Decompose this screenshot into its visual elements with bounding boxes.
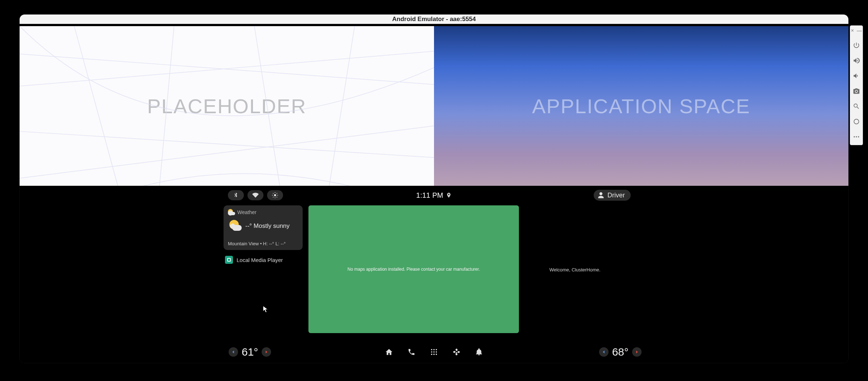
nav-apps[interactable]: [429, 347, 439, 357]
map-widget[interactable]: No maps application installed. Please co…: [308, 205, 519, 333]
status-time: 1:11 PM: [416, 191, 443, 200]
triangle-left-icon: [602, 350, 606, 354]
cluster-displays: PLACEHOLDER APPLICATION SPACE: [20, 24, 848, 186]
brightness-icon: [272, 192, 278, 198]
home-icon: [385, 348, 393, 356]
svg-point-11: [436, 349, 437, 351]
fan-icon: [453, 348, 460, 356]
volume-down-icon: [853, 72, 860, 79]
emulator-more-button[interactable]: [852, 132, 861, 141]
hvac-left: 61°: [229, 346, 271, 358]
nav-notifications[interactable]: [474, 347, 484, 357]
svg-point-19: [854, 136, 855, 137]
svg-line-7: [273, 197, 274, 197]
more-icon: [853, 133, 860, 140]
hvac-left-up[interactable]: [262, 347, 271, 357]
svg-point-18: [854, 119, 859, 124]
triangle-right-icon: [265, 350, 268, 354]
emulator-window: Android Emulator - aae:5554 PLACEHOLDER: [20, 15, 848, 363]
svg-point-14: [436, 351, 437, 353]
window-title: Android Emulator - aae:5554: [392, 16, 476, 23]
weather-card[interactable]: Weather --° Mostly sunny Mountain View •…: [224, 205, 303, 250]
weather-summary: --° Mostly sunny: [245, 222, 290, 230]
bluetooth-icon: [233, 192, 239, 198]
cluster-left-panel: PLACEHOLDER: [20, 26, 434, 186]
nav-phone[interactable]: [407, 347, 416, 357]
phone-icon: [408, 348, 415, 356]
triangle-left-icon: [232, 350, 235, 354]
cluster-welcome-text: Welcome, ClusterHome.: [549, 267, 601, 273]
emulator-screenshot-button[interactable]: [852, 87, 861, 95]
emulator-power-button[interactable]: [852, 41, 861, 50]
user-profile-chip[interactable]: Driver: [594, 190, 631, 201]
location-pin-icon: [446, 192, 452, 198]
svg-point-10: [433, 349, 435, 351]
hvac-left-temp: 61°: [242, 346, 258, 358]
wifi-toggle[interactable]: [247, 190, 263, 200]
triangle-right-icon: [635, 350, 639, 354]
cluster-right-label: APPLICATION SPACE: [532, 94, 750, 118]
circle-icon: [853, 118, 860, 125]
media-card-title: Local Media Player: [237, 257, 283, 263]
hvac-right-up[interactable]: [632, 347, 642, 357]
weather-card-title: Weather: [237, 209, 257, 215]
media-app-icon: [225, 256, 233, 264]
emulator-zoom-button[interactable]: [852, 102, 861, 111]
apps-grid-icon: [430, 348, 438, 356]
svg-line-5: [273, 193, 274, 194]
dashboard: 1:11 PM Driver Weather: [20, 186, 848, 363]
camera-icon: [853, 87, 860, 95]
status-clock-area[interactable]: 1:11 PM: [416, 191, 452, 200]
emulator-minimize-button[interactable]: —: [857, 28, 862, 33]
power-icon: [853, 42, 860, 49]
hvac-left-down[interactable]: [229, 347, 238, 357]
svg-point-13: [433, 351, 435, 353]
svg-line-8: [277, 193, 277, 194]
emulator-close-button[interactable]: ×: [851, 28, 854, 33]
cluster-right-panel: APPLICATION SPACE: [434, 26, 848, 186]
svg-point-12: [431, 351, 433, 353]
bottom-nav: 61°: [20, 344, 848, 360]
weather-icon: [228, 219, 242, 233]
map-widget-message: No maps application installed. Please co…: [348, 267, 480, 272]
nav-home[interactable]: [384, 347, 394, 357]
bell-icon: [475, 348, 483, 356]
media-card[interactable]: Local Media Player: [224, 254, 303, 266]
window-titlebar[interactable]: Android Emulator - aae:5554: [20, 15, 848, 24]
svg-point-0: [274, 194, 276, 196]
map-background-lines: [20, 26, 434, 186]
weather-footer: Mountain View • H: --° L: --°: [228, 241, 298, 246]
user-name: Driver: [607, 192, 625, 199]
volume-up-icon: [853, 57, 860, 64]
zoom-icon: [853, 103, 860, 110]
svg-point-21: [858, 136, 859, 137]
emulator-back-button[interactable]: [852, 117, 861, 126]
hvac-right: 68°: [599, 346, 642, 358]
hvac-right-down[interactable]: [599, 347, 609, 357]
emulator-toolbar: × —: [850, 25, 863, 145]
nav-buttons: [384, 347, 484, 357]
emulator-volume-up-button[interactable]: [852, 56, 861, 65]
svg-point-16: [433, 354, 435, 355]
nav-hvac[interactable]: [452, 347, 461, 357]
bluetooth-toggle[interactable]: [228, 190, 244, 200]
brightness-toggle[interactable]: [267, 190, 283, 200]
status-bar: 1:11 PM Driver: [20, 188, 848, 202]
status-quick-toggles: [228, 190, 283, 200]
weather-card-header: Weather: [228, 209, 298, 216]
svg-point-17: [436, 354, 437, 355]
person-icon: [597, 192, 605, 199]
hvac-right-temp: 68°: [612, 346, 629, 358]
svg-point-9: [431, 349, 433, 351]
weather-body: --° Mostly sunny: [228, 219, 298, 233]
svg-line-6: [277, 197, 277, 197]
emulator-volume-down-button[interactable]: [852, 71, 861, 80]
svg-point-15: [431, 354, 433, 355]
svg-point-20: [856, 136, 857, 137]
wifi-icon: [252, 192, 259, 198]
mouse-cursor-icon: [263, 306, 269, 313]
widget-column: Weather --° Mostly sunny Mountain View •…: [224, 205, 303, 266]
emulator-body: PLACEHOLDER APPLICATION SPACE: [20, 24, 848, 363]
